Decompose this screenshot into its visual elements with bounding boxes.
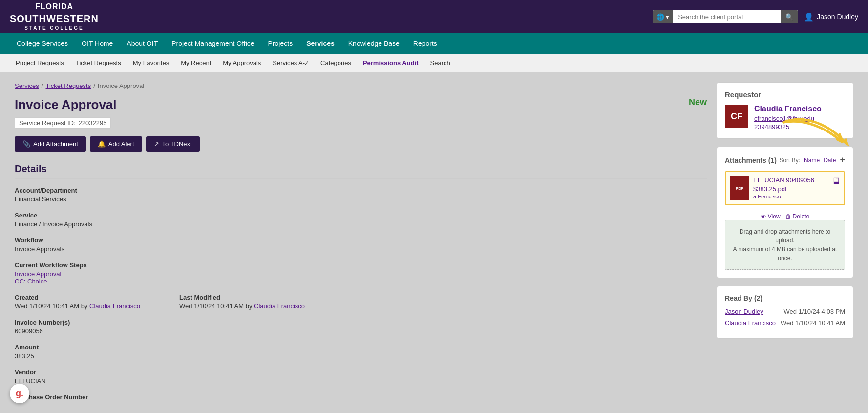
service-request-label: Service Request ID: bbox=[19, 119, 76, 127]
subnav-services-az[interactable]: Services A-Z bbox=[267, 54, 315, 72]
attachments-title: Attachments (1) bbox=[725, 156, 777, 164]
service-value: Finance / Invoice Approvals bbox=[15, 220, 707, 228]
search-button[interactable]: 🔍 bbox=[781, 10, 798, 23]
account-department-row: Account/Department Financial Services bbox=[15, 187, 707, 203]
service-request-value: 22032295 bbox=[79, 119, 107, 127]
sort-name-link[interactable]: Name bbox=[804, 157, 820, 164]
read-by-row-2: Claudia Francisco Wed 1/10/24 10:41 AM bbox=[725, 319, 845, 326]
attachments-header: Attachments (1) Sort By: Name Date + bbox=[725, 155, 845, 165]
vendor-label: Vendor bbox=[15, 369, 707, 376]
nav-knowledge-base[interactable]: Knowledge Base bbox=[341, 33, 406, 54]
amount-value: 383.25 bbox=[15, 352, 707, 360]
drop-zone-line1: Drag and drop attachments here to upload… bbox=[732, 227, 838, 245]
globe-icon: 🌐 bbox=[656, 13, 664, 21]
created-row: Created Wed 1/10/24 10:41 AM by Claudia … bbox=[15, 294, 140, 310]
user-icon: 👤 bbox=[804, 12, 814, 22]
read-by-name-2[interactable]: Claudia Francisco bbox=[725, 319, 776, 326]
attachment-arrow-container: PDF ELLUCIAN 90409056 $383.25.pdf a Fran… bbox=[725, 171, 845, 205]
subnav-ticket-requests[interactable]: Ticket Requests bbox=[70, 54, 127, 72]
grammarly-button[interactable]: g. bbox=[10, 384, 29, 403]
top-header: FLORIDA SOUTHWESTERN STATE COLLEGE 🌐 ▾ 🔍… bbox=[0, 0, 868, 33]
subnav-search[interactable]: Search bbox=[424, 54, 456, 72]
current-workflow-steps: Invoice Approval CC: Choice bbox=[15, 270, 707, 285]
college-logo: FLORIDA SOUTHWESTERN STATE COLLEGE bbox=[10, 2, 99, 31]
view-icon: 👁 bbox=[761, 213, 766, 220]
search-bar: 🌐 ▾ 🔍 bbox=[653, 10, 798, 23]
account-department-value: Financial Services bbox=[15, 196, 707, 203]
globe-button[interactable]: 🌐 ▾ bbox=[653, 10, 673, 23]
drop-zone: Drag and drop attachments here to upload… bbox=[725, 220, 845, 270]
subnav-categories[interactable]: Categories bbox=[315, 54, 357, 72]
content-area: Services / Ticket Requests / Invoice App… bbox=[0, 72, 868, 413]
service-row: Service Finance / Invoice Approvals bbox=[15, 212, 707, 228]
monitor-icon: 🖥 bbox=[831, 176, 840, 186]
nav-services[interactable]: Services bbox=[299, 33, 341, 54]
invoice-numbers-value: 60909056 bbox=[15, 327, 707, 335]
subnav-my-favorites[interactable]: My Favorites bbox=[127, 54, 175, 72]
nav-projects[interactable]: Projects bbox=[261, 33, 300, 54]
created-label: Created bbox=[15, 294, 140, 301]
attachment-actions: 👁 View 🗑 Delete bbox=[725, 210, 845, 220]
paperclip-icon: 📎 bbox=[22, 140, 30, 148]
bell-icon: 🔔 bbox=[98, 140, 106, 148]
subnav-permissions-audit[interactable]: Permissions Audit bbox=[357, 54, 424, 72]
invoice-numbers-label: Invoice Number(s) bbox=[15, 319, 707, 326]
purchase-order-row: Purchase Order Number bbox=[15, 393, 707, 401]
add-attachment-plus-button[interactable]: + bbox=[840, 155, 845, 165]
read-by-card: Read By (2) Jason Dudley Wed 1/10/24 4:0… bbox=[717, 286, 853, 339]
nav-about-oit[interactable]: About OIT bbox=[120, 33, 165, 54]
created-user-link[interactable]: Claudia Francisco bbox=[89, 303, 140, 310]
requestor-phone[interactable]: 2394899325 bbox=[754, 123, 822, 130]
view-link[interactable]: 👁 View bbox=[761, 213, 781, 220]
read-by-date-1: Wed 1/10/24 4:03 PM bbox=[783, 308, 845, 315]
attachment-item: PDF ELLUCIAN 90409056 $383.25.pdf a Fran… bbox=[725, 171, 845, 205]
amount-label: Amount bbox=[15, 344, 707, 351]
breadcrumb-services[interactable]: Services bbox=[15, 82, 39, 89]
status-badge: New bbox=[689, 97, 707, 108]
workflow-value: Invoice Approvals bbox=[15, 245, 707, 253]
details-heading: Details bbox=[15, 163, 707, 179]
user-name: Jason Dudley bbox=[817, 13, 858, 21]
logo-line3: STATE COLLEGE bbox=[10, 25, 99, 31]
requestor-email[interactable]: cfrancisco1@fsw.edu bbox=[754, 115, 822, 122]
svg-marker-0 bbox=[842, 138, 849, 147]
current-workflow-label: Current Workflow Steps bbox=[15, 261, 707, 269]
delete-link[interactable]: 🗑 Delete bbox=[785, 213, 810, 220]
nav-pmo[interactable]: Project Management Office bbox=[165, 33, 261, 54]
modified-row: Last Modified Wed 1/10/24 10:41 AM by Cl… bbox=[179, 294, 305, 310]
sort-date-link[interactable]: Date bbox=[824, 157, 836, 164]
read-by-name-1[interactable]: Jason Dudley bbox=[725, 308, 763, 315]
breadcrumb-current: Invoice Approval bbox=[98, 82, 144, 89]
nav-reports[interactable]: Reports bbox=[406, 33, 444, 54]
add-attachment-button[interactable]: 📎 Add Attachment bbox=[15, 136, 86, 152]
vendor-row: Vendor ELLUCIAN bbox=[15, 369, 707, 385]
primary-nav: College Services OIT Home About OIT Proj… bbox=[0, 33, 868, 54]
subnav-my-recent[interactable]: My Recent bbox=[175, 54, 217, 72]
requestor-name[interactable]: Claudia Francisco bbox=[754, 105, 822, 113]
current-workflow-row: Current Workflow Steps Invoice Approval … bbox=[15, 261, 707, 285]
nav-oit-home[interactable]: OIT Home bbox=[75, 33, 120, 54]
avatar: CF bbox=[725, 105, 748, 128]
workflow-step2[interactable]: CC: Choice bbox=[15, 278, 47, 285]
nav-college-services[interactable]: College Services bbox=[10, 33, 75, 54]
created-value: Wed 1/10/24 10:41 AM by Claudia Francisc… bbox=[15, 303, 140, 310]
search-input[interactable] bbox=[673, 10, 781, 23]
attachments-card: Attachments (1) Sort By: Name Date + bbox=[717, 147, 853, 278]
last-modified-user-link[interactable]: Claudia Francisco bbox=[254, 303, 305, 310]
breadcrumb-ticket-requests[interactable]: Ticket Requests bbox=[45, 82, 91, 89]
subnav-project-requests[interactable]: Project Requests bbox=[10, 54, 70, 72]
breadcrumb-sep1: / bbox=[42, 82, 43, 89]
logo-line1: FLORIDA bbox=[10, 2, 99, 12]
service-request-id-row: Service Request ID: 22032295 bbox=[15, 117, 111, 129]
globe-chevron: ▾ bbox=[666, 13, 669, 21]
subnav-my-approvals[interactable]: My Approvals bbox=[217, 54, 267, 72]
to-tdnext-button[interactable]: ↗ To TDNext bbox=[146, 136, 200, 152]
last-modified-label: Last Modified bbox=[179, 294, 305, 301]
attachment-filename[interactable]: ELLUCIAN 90409056 $383.25.pdf bbox=[753, 176, 814, 193]
drop-zone-line2: A maximum of 4 MB can be uploaded at onc… bbox=[732, 245, 838, 262]
requestor-details: Claudia Francisco cfrancisco1@fsw.edu 23… bbox=[754, 105, 822, 130]
logo-area: FLORIDA SOUTHWESTERN STATE COLLEGE bbox=[10, 2, 99, 31]
attachment-uploader[interactable]: a Francisco bbox=[753, 194, 827, 199]
add-alert-button[interactable]: 🔔 Add Alert bbox=[90, 136, 142, 152]
workflow-step1[interactable]: Invoice Approval bbox=[15, 270, 61, 278]
